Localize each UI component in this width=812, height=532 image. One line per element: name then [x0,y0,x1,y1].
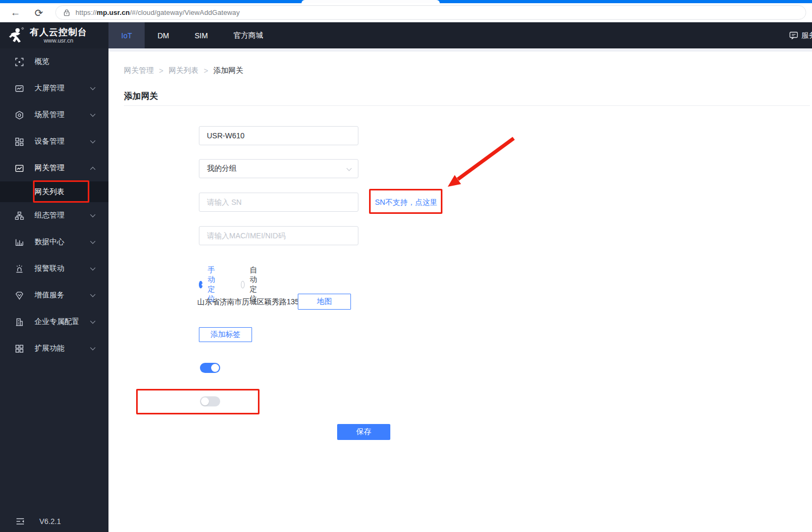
scada-icon [15,211,24,220]
sn-input[interactable] [199,193,358,212]
sidebar-item-extension[interactable]: 扩展功能 [0,335,108,362]
sidebar-item-alarm[interactable]: 报警联动 [0,255,108,282]
sn-not-supported-link[interactable]: SN不支持，点这里 [375,198,437,207]
browser-toolbar: ← ⟳ https://mp.usr.cn/#/cloud/gateway/Vi… [0,3,812,22]
sidebar-item-scada[interactable]: 组态管理 [0,202,108,229]
breadcrumb-gateway-list[interactable]: 网关列表 [169,66,198,76]
sidebar-item-device[interactable]: 设备管理 [0,128,108,155]
breadcrumb: 网关管理 > 网关列表 > 添加网关 [124,66,243,76]
map-button[interactable]: 地图 [298,294,351,310]
device-icon [15,137,24,146]
breadcrumb-gateway-mgmt[interactable]: 网关管理 [124,66,154,76]
chevron-down-icon [90,138,96,143]
url-text: https://mp.usr.cn/#/cloud/gateway/ViewAd… [76,9,240,16]
lock-icon [63,9,70,16]
bigscreen-icon [15,84,24,93]
address-value: 山东省济南市历城区颖秀路1356号 [197,297,311,307]
chevron-down-icon [90,345,96,350]
tab-mall[interactable]: 官方商城 [221,22,276,48]
chevron-down-icon [90,111,96,117]
sidebar-item-bigscreen[interactable]: 大屏管理 [0,75,108,102]
chat-bubble-icon [789,31,798,40]
brand-text: 有人云控制台 www.usr.cn [30,27,87,44]
tab-dm[interactable]: DM [145,22,182,48]
breadcrumb-separator: > [159,66,163,75]
add-tag-button[interactable]: 添加标签 [199,327,252,342]
chevron-down-icon [347,166,352,171]
sidebar-item-overview[interactable]: 概览 [0,48,108,75]
browser-refresh-button[interactable]: ⟳ [31,5,47,21]
tab-iot[interactable]: IoT [108,22,145,48]
chevron-down-icon [90,265,96,270]
main-content: 网关管理 > 网关列表 > 添加网关 添加网关 * 网关名称 * 所属组织 我的… [108,48,812,532]
cloud-passthrough-toggle[interactable] [200,396,220,406]
sidebar-item-enterprise[interactable]: 企业专属配置 [0,309,108,335]
version-label: V6.2.1 [39,517,61,526]
gateway-icon [15,164,24,173]
browser-back-button[interactable]: ← [7,5,23,21]
app-root: ← ⟳ https://mp.usr.cn/#/cloud/gateway/Vi… [0,0,812,532]
sidebar-item-scene[interactable]: 场景管理 [0,102,108,128]
collapse-sidebar-icon[interactable] [16,518,24,525]
value-added-icon [15,291,24,300]
enterprise-icon [15,318,24,327]
gateway-name-input[interactable] [199,126,358,145]
top-nav-tabs: IoT DM SIM 官方商城 [108,22,276,48]
network-monitor-toggle[interactable] [200,363,220,373]
scene-icon [15,111,24,120]
sidebar: 概览 大屏管理 场景管理 设备管理 网关管理 网关列表 组态管理 [0,48,108,532]
nav-service-entry[interactable]: 服务 [789,22,812,48]
usr-logo-icon [9,27,24,44]
brand-subtitle: www.usr.cn [30,37,87,44]
breadcrumb-separator: > [204,66,208,75]
sidebar-item-datacenter[interactable]: 数据中心 [0,229,108,255]
title-divider [124,105,810,106]
datacenter-icon [15,238,24,247]
sidebar-item-vas[interactable]: 增值服务 [0,282,108,309]
annotation-arrow [443,134,523,195]
sidebar-item-gateway[interactable]: 网关管理 [0,155,108,181]
brand[interactable]: 有人云控制台 www.usr.cn [0,22,108,48]
app-top-nav: 有人云控制台 www.usr.cn IoT DM SIM 官方商城 服务 [0,22,812,48]
brand-title: 有人云控制台 [30,27,87,37]
address-bar[interactable]: https://mp.usr.cn/#/cloud/gateway/ViewAd… [55,5,806,20]
content-top-gap [108,48,812,52]
radio-selected-icon [199,281,203,288]
breadcrumb-add-gateway: 添加网关 [213,66,243,76]
mac-input[interactable] [199,226,358,245]
organization-select[interactable]: 我的分组 [199,159,358,178]
chevron-down-icon [90,238,96,244]
nav-service-label: 服务 [801,31,812,40]
chevron-down-icon [90,85,96,90]
overview-icon [15,57,24,66]
sidebar-subitem-gateway-list[interactable]: 网关列表 [0,181,108,202]
chevron-down-icon [90,318,96,323]
chevron-down-icon [90,212,96,217]
page-title: 添加网关 [124,91,158,102]
alarm-icon [15,264,24,273]
tab-sim[interactable]: SIM [182,22,221,48]
save-button[interactable]: 保存 [337,424,390,440]
chevron-up-icon [90,167,96,172]
radio-unselected-icon [241,281,245,288]
annotation-box-cloud-passthrough [136,389,259,414]
extension-icon [15,344,24,353]
sidebar-footer: V6.2.1 [0,513,108,530]
chevron-down-icon [90,292,96,297]
